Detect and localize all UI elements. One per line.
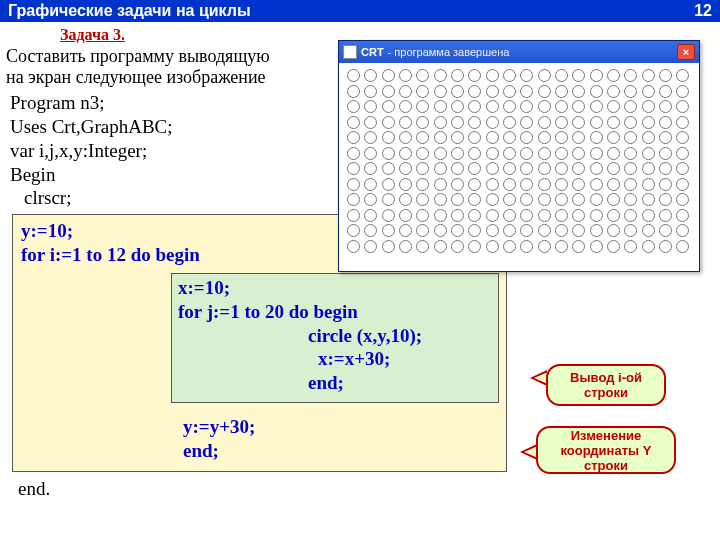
- circle: [659, 147, 672, 160]
- circle: [364, 209, 377, 222]
- circle: [503, 240, 516, 253]
- circle: [347, 85, 360, 98]
- circle: [486, 116, 499, 129]
- circle: [451, 69, 464, 82]
- circle: [607, 131, 620, 144]
- circle: [624, 85, 637, 98]
- circle: [676, 240, 689, 253]
- circle: [364, 100, 377, 113]
- header-page: 12: [694, 2, 712, 20]
- circle: [416, 100, 429, 113]
- circle: [642, 100, 655, 113]
- circle: [590, 224, 603, 237]
- circle: [468, 131, 481, 144]
- circle: [659, 131, 672, 144]
- circle: [364, 224, 377, 237]
- circle: [520, 178, 533, 191]
- circle: [451, 240, 464, 253]
- code-end: end.: [18, 478, 50, 500]
- circle: [624, 178, 637, 191]
- circle: [416, 131, 429, 144]
- circle: [520, 116, 533, 129]
- circle: [451, 85, 464, 98]
- circle: [590, 100, 603, 113]
- circle: [382, 162, 395, 175]
- circle: [434, 178, 447, 191]
- circle: [538, 193, 551, 206]
- circle: [538, 131, 551, 144]
- circle: [416, 193, 429, 206]
- circle: [451, 224, 464, 237]
- circle: [468, 147, 481, 160]
- code-line: y:=y+30;: [183, 415, 255, 439]
- circle: [416, 162, 429, 175]
- circle: [520, 85, 533, 98]
- circle: [382, 178, 395, 191]
- circle: [468, 178, 481, 191]
- circle: [347, 224, 360, 237]
- circle: [676, 100, 689, 113]
- circle: [624, 224, 637, 237]
- circle: [572, 209, 585, 222]
- circle: [503, 131, 516, 144]
- circle: [607, 147, 620, 160]
- circle: [624, 193, 637, 206]
- circle: [364, 240, 377, 253]
- window-title: CRT: [361, 46, 384, 58]
- circle: [520, 147, 533, 160]
- circle: [416, 178, 429, 191]
- circle: [607, 193, 620, 206]
- circle: [399, 240, 412, 253]
- circle: [555, 147, 568, 160]
- circle: [642, 69, 655, 82]
- circle: [486, 178, 499, 191]
- circle: [451, 209, 464, 222]
- circle: [520, 69, 533, 82]
- circle: [486, 162, 499, 175]
- circle: [538, 178, 551, 191]
- circle: [347, 240, 360, 253]
- circle: [676, 193, 689, 206]
- circle: [382, 116, 395, 129]
- code-line: for j:=1 to 20 do begin: [178, 300, 492, 324]
- circle: [555, 224, 568, 237]
- circle: [590, 116, 603, 129]
- circle: [555, 193, 568, 206]
- circle: [399, 131, 412, 144]
- circle: [451, 116, 464, 129]
- circle: [503, 116, 516, 129]
- circle: [590, 240, 603, 253]
- circle: [642, 85, 655, 98]
- circle: [347, 178, 360, 191]
- slide-header: Графические задачи на циклы 12: [0, 0, 720, 22]
- circle: [347, 116, 360, 129]
- circle: [642, 178, 655, 191]
- circle: [399, 116, 412, 129]
- circle: [399, 224, 412, 237]
- circle: [538, 69, 551, 82]
- circle: [590, 193, 603, 206]
- circle: [382, 85, 395, 98]
- circle: [624, 116, 637, 129]
- circle: [382, 193, 395, 206]
- window-titlebar[interactable]: CRT - программа завершена ×: [339, 41, 699, 63]
- app-icon: [343, 45, 357, 59]
- callout-y-change: Изменение координаты Y строки: [536, 426, 676, 474]
- circle: [486, 240, 499, 253]
- circle: [503, 162, 516, 175]
- circle: [382, 147, 395, 160]
- circle: [434, 85, 447, 98]
- circle: [416, 240, 429, 253]
- circle: [451, 193, 464, 206]
- circle: [486, 100, 499, 113]
- circle: [607, 162, 620, 175]
- circle: [555, 178, 568, 191]
- circle: [486, 147, 499, 160]
- circle: [468, 85, 481, 98]
- circle: [486, 85, 499, 98]
- circle: [399, 100, 412, 113]
- close-button[interactable]: ×: [677, 44, 695, 60]
- circle: [676, 69, 689, 82]
- circle: [607, 240, 620, 253]
- circle: [364, 178, 377, 191]
